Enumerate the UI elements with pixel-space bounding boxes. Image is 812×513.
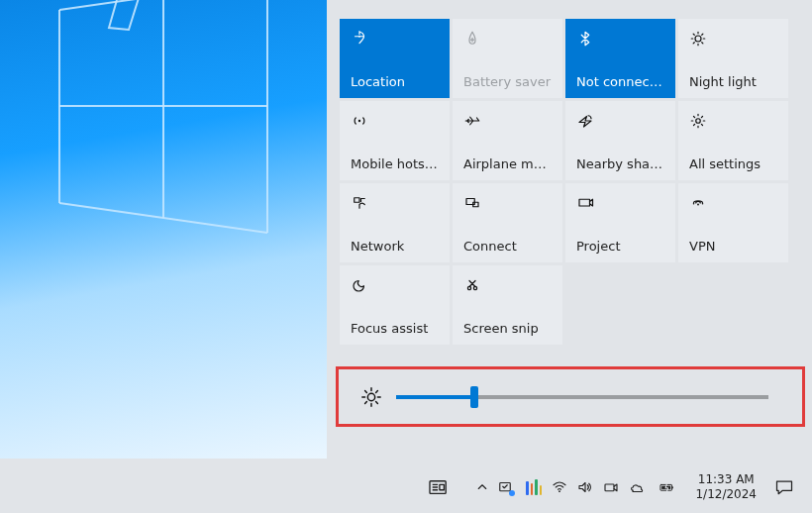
wifi-tray-icon[interactable] <box>547 460 572 513</box>
svg-point-10 <box>702 203 704 205</box>
nearby-share-icon <box>576 112 596 130</box>
svg-point-0 <box>358 36 360 38</box>
action-center-button[interactable] <box>766 460 802 513</box>
tile-label: Nearby sharing <box>576 157 664 171</box>
tile-network[interactable]: Network <box>340 183 450 262</box>
tile-all-settings[interactable]: All settings <box>678 101 788 180</box>
brightness-slider-row <box>347 374 794 419</box>
security-tray-icon[interactable] <box>495 460 521 513</box>
tile-label: VPN <box>689 240 777 254</box>
tile-label: Screen snip <box>463 322 552 336</box>
svg-point-3 <box>696 119 701 124</box>
svg-point-9 <box>693 203 695 205</box>
multicolor-bars-icon <box>526 479 542 495</box>
vpn-icon <box>689 194 709 212</box>
clock-date: 1/12/2024 <box>695 487 757 502</box>
svg-rect-15 <box>440 484 445 489</box>
camera-tray-icon[interactable] <box>598 460 624 513</box>
tile-location[interactable]: Location <box>340 19 450 98</box>
tile-label: Mobile hotspot <box>351 157 439 171</box>
windows-logo-outline <box>40 0 327 248</box>
tile-label: Airplane mode <box>463 157 552 171</box>
svg-rect-20 <box>672 486 673 488</box>
svg-point-1 <box>695 36 701 42</box>
clock-time: 11:33 AM <box>698 472 755 487</box>
svg-rect-7 <box>579 199 590 206</box>
tile-label: Project <box>576 240 664 254</box>
brightness-icon <box>347 386 396 408</box>
brightness-slider[interactable] <box>396 395 768 399</box>
svg-rect-18 <box>605 484 614 491</box>
tile-label: Night light <box>689 75 777 89</box>
tray-overflow-button[interactable] <box>469 460 495 513</box>
svg-rect-4 <box>355 198 359 203</box>
action-center-panel: Location Battery saver Not connected Nig… <box>327 0 812 459</box>
brightness-slider-thumb[interactable] <box>470 386 478 408</box>
taskbar: 11:33 AM 1/12/2024 <box>0 459 812 513</box>
location-icon <box>351 30 370 48</box>
screen-snip-icon <box>463 276 483 294</box>
settings-icon <box>689 112 709 130</box>
tile-focus-assist[interactable]: Focus assist <box>340 265 450 345</box>
project-icon <box>576 194 596 212</box>
system-tray: 11:33 AM 1/12/2024 <box>416 460 802 513</box>
svg-point-13 <box>367 393 374 400</box>
tile-screen-snip[interactable]: Screen snip <box>453 265 562 345</box>
hotspot-icon <box>351 112 370 130</box>
brightness-slider-fill <box>396 395 474 399</box>
connect-icon <box>463 194 483 212</box>
tile-vpn[interactable]: VPN <box>678 183 788 262</box>
volume-tray-icon[interactable] <box>572 460 598 513</box>
network-icon <box>351 194 370 212</box>
bluetooth-icon <box>576 30 596 48</box>
tile-label: Focus assist <box>351 322 439 336</box>
tile-mobile-hotspot[interactable]: Mobile hotspot <box>340 101 450 180</box>
tile-label: Not connected <box>576 75 664 89</box>
battery-tray-icon[interactable] <box>650 460 685 513</box>
tile-label: Battery saver <box>463 75 552 89</box>
tile-label: Network <box>351 240 439 254</box>
onedrive-tray-icon[interactable] <box>624 460 650 513</box>
battery-saver-icon <box>463 30 483 48</box>
tile-night-light[interactable]: Night light <box>678 19 788 98</box>
tile-label: All settings <box>689 157 777 171</box>
tile-label: Location <box>351 75 439 89</box>
tile-airplane-mode[interactable]: Airplane mode <box>453 101 562 180</box>
tile-project[interactable]: Project <box>565 183 675 262</box>
desktop-wallpaper <box>0 0 327 459</box>
news-widget-button[interactable] <box>416 460 461 513</box>
night-light-icon <box>689 30 709 48</box>
focus-assist-icon <box>351 276 370 294</box>
svg-point-2 <box>358 120 360 122</box>
tile-label: Connect <box>463 240 552 254</box>
quick-action-tile-grid: Location Battery saver Not connected Nig… <box>340 19 795 345</box>
app-tray-icon[interactable] <box>521 460 547 513</box>
tile-connect[interactable]: Connect <box>453 183 562 262</box>
airplane-icon <box>463 112 483 130</box>
tile-bluetooth[interactable]: Not connected <box>565 19 675 98</box>
tile-battery-saver[interactable]: Battery saver <box>453 19 562 98</box>
svg-point-8 <box>697 204 699 206</box>
svg-point-17 <box>559 490 561 492</box>
taskbar-clock[interactable]: 11:33 AM 1/12/2024 <box>685 472 766 502</box>
tile-nearby-sharing[interactable]: Nearby sharing <box>565 101 675 180</box>
